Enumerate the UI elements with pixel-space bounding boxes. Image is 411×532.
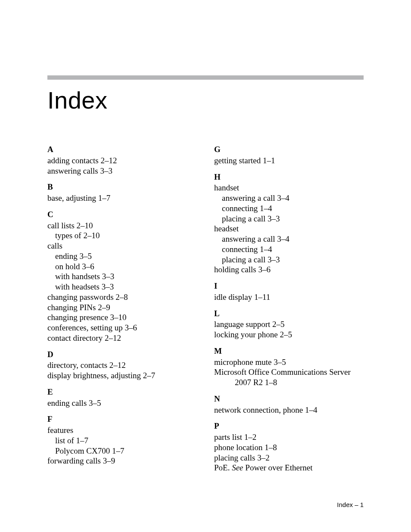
index-letter: A xyxy=(47,144,197,155)
index-letter: I xyxy=(214,281,364,291)
index-page: Index Aadding contacts 2–12answering cal… xyxy=(0,0,411,532)
index-entry: changing PINs 2–9 xyxy=(47,302,197,313)
index-entry: ending 3–5 xyxy=(47,251,197,261)
index-entry: parts list 1–2 xyxy=(214,432,364,442)
index-entry: with headsets 3–3 xyxy=(47,282,197,292)
index-column-right: Ggetting started 1–1Hhandsetanswering a … xyxy=(214,144,364,473)
index-letter: F xyxy=(47,414,197,424)
index-entry: placing a call 3–3 xyxy=(214,214,364,224)
index-entry: answering calls 3–3 xyxy=(47,166,197,176)
index-letter: C xyxy=(47,209,197,220)
index-entry: conferences, setting up 3–6 xyxy=(47,323,197,333)
index-letter: L xyxy=(214,308,364,319)
index-entry: directory, contacts 2–12 xyxy=(47,360,197,370)
index-columns: Aadding contacts 2–12answering calls 3–3… xyxy=(47,144,364,473)
index-entry: idle display 1–11 xyxy=(214,292,364,302)
page-footer: Index – 1 xyxy=(337,501,364,508)
index-entry: with handsets 3–3 xyxy=(47,271,197,282)
index-entry: Polycom CX700 1–7 xyxy=(47,446,197,456)
index-letter: H xyxy=(214,172,364,182)
index-letter: D xyxy=(47,349,197,360)
index-entry: on hold 3–6 xyxy=(47,261,197,272)
index-letter: E xyxy=(47,387,197,397)
index-entry: language support 2–5 xyxy=(214,319,364,330)
index-entry: placing a call 3–3 xyxy=(214,255,364,265)
index-entry: answering a call 3–4 xyxy=(214,193,364,203)
index-letter: N xyxy=(214,394,364,404)
index-entry: Microsoft Office Communications Server 2… xyxy=(214,367,364,388)
index-entry-prefix: PoE. xyxy=(214,463,232,472)
index-letter: M xyxy=(214,346,364,356)
index-letter: B xyxy=(47,182,197,192)
index-entry: getting started 1–1 xyxy=(214,156,364,166)
index-entry: ending calls 3–5 xyxy=(47,398,197,408)
index-entry: forwarding calls 3–9 xyxy=(47,456,197,466)
index-entry: types of 2–10 xyxy=(47,230,197,241)
index-entry: microphone mute 3–5 xyxy=(214,357,364,367)
index-entry: base, adjusting 1–7 xyxy=(47,193,197,203)
index-entry: holding calls 3–6 xyxy=(214,264,364,275)
index-entry: PoE. See Power over Ethernet xyxy=(214,463,364,473)
index-entry: answering a call 3–4 xyxy=(214,234,364,244)
index-letter: P xyxy=(214,421,364,431)
index-entry-italic: See xyxy=(232,463,243,472)
index-entry: calls xyxy=(47,241,197,251)
index-entry: placing calls 3–2 xyxy=(214,453,364,463)
index-entry-suffix: Power over Ethernet xyxy=(243,463,313,472)
index-entry: call lists 2–10 xyxy=(47,221,197,231)
index-entry: contact directory 2–12 xyxy=(47,333,197,343)
index-entry: network connection, phone 1–4 xyxy=(214,405,364,415)
index-entry: adding contacts 2–12 xyxy=(47,156,197,166)
index-entry: headset xyxy=(214,224,364,234)
top-rule xyxy=(47,75,364,80)
index-entry: display brightness, adjusting 2–7 xyxy=(47,370,197,381)
index-letter: G xyxy=(214,144,364,155)
index-entry: handset xyxy=(214,183,364,193)
index-entry: changing presence 3–10 xyxy=(47,312,197,323)
index-entry: connecting 1–4 xyxy=(214,203,364,214)
index-entry: phone location 1–8 xyxy=(214,442,364,453)
index-column-left: Aadding contacts 2–12answering calls 3–3… xyxy=(47,144,197,473)
page-title: Index xyxy=(47,86,364,114)
index-entry: features xyxy=(47,425,197,436)
index-entry: locking your phone 2–5 xyxy=(214,330,364,340)
index-entry: list of 1–7 xyxy=(47,436,197,446)
index-entry: connecting 1–4 xyxy=(214,244,364,255)
index-entry: changing passwords 2–8 xyxy=(47,292,197,302)
